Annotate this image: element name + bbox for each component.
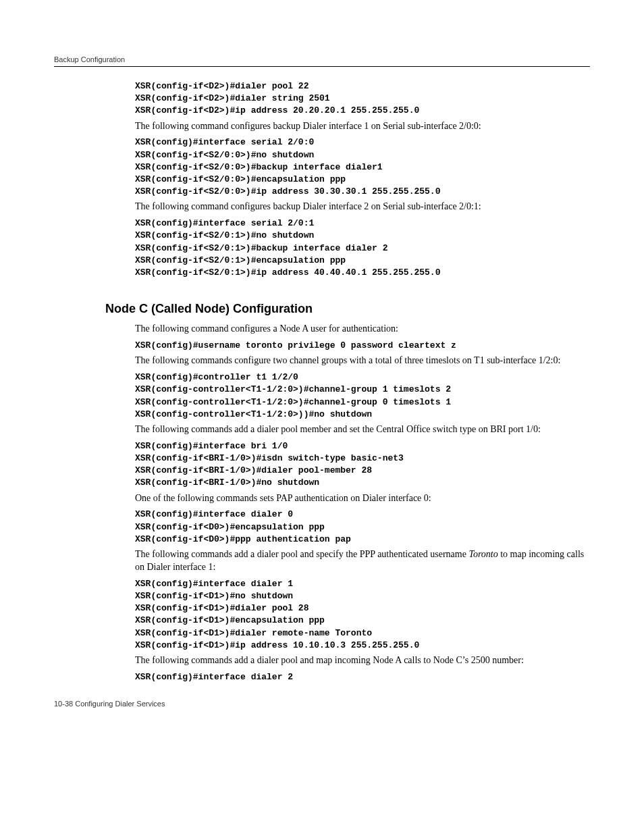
code-line: XSR(config)#controller t1 1/2/0 bbox=[135, 371, 590, 384]
code-line: XSR(config-if<D1>)#encapsulation ppp bbox=[135, 615, 590, 627]
code-line: XSR(config)#interface bri 1/0 bbox=[135, 440, 590, 452]
code-line: XSR(config)#interface dialer 1 bbox=[135, 578, 590, 590]
code-line: XSR(config-if<S2/0:1>)#encapsulation ppp bbox=[135, 255, 590, 267]
paragraph: One of the following commands sets PAP a… bbox=[135, 492, 590, 505]
code-line: XSR(config-if<BRI-1/0>)#isdn switch-type… bbox=[135, 452, 590, 465]
paragraph: The following commands add a dialer pool… bbox=[135, 548, 590, 574]
code-line: XSR(config-if<D2>)#dialer pool 22 bbox=[135, 80, 590, 93]
code-line: XSR(config)#interface dialer 2 bbox=[135, 671, 590, 683]
code-line: XSR(config)#interface serial 2/0:1 bbox=[135, 217, 590, 230]
code-line: XSR(config-if<D1>)#dialer remote-name To… bbox=[135, 627, 590, 640]
code-line: XSR(config-if<D1>)#no shutdown bbox=[135, 590, 590, 602]
paragraph: The following commands configure two cha… bbox=[135, 355, 590, 367]
code-line: XSR(config-if<S2/0:1>)#no shutdown bbox=[135, 230, 590, 242]
code-line: XSR(config-if<D2>)#dialer string 2501 bbox=[135, 93, 590, 105]
code-line: XSR(config-controller<T1-1/2:0>))#no shu… bbox=[135, 409, 590, 421]
section-heading: Node C (Called Node) Configuration bbox=[105, 302, 590, 316]
page-header: Backup Configuration bbox=[54, 55, 590, 63]
paragraph: The following commands add a dialer pool… bbox=[135, 423, 590, 436]
paragraph: The following commands add a dialer pool… bbox=[135, 654, 590, 667]
paragraph: The following command configures backup … bbox=[135, 120, 590, 133]
code-line: XSR(config-if<BRI-1/0>)#dialer pool-memb… bbox=[135, 465, 590, 477]
code-line: XSR(config-if<D0>)#encapsulation ppp bbox=[135, 521, 590, 533]
code-line: XSR(config-if<S2/0:1>)#backup interface … bbox=[135, 242, 590, 255]
code-line: XSR(config-controller<T1-1/2:0>)#channel… bbox=[135, 384, 590, 396]
code-line: XSR(config-controller<T1-1/2:0>)#channel… bbox=[135, 396, 590, 409]
code-line: XSR(config-if<S2/0:1>)#ip address 40.40.… bbox=[135, 267, 590, 279]
page-footer: 10-38 Configuring Dialer Services bbox=[54, 700, 590, 708]
code-line: XSR(config-if<S2/0:0>)#encapsulation ppp bbox=[135, 174, 590, 186]
code-line: XSR(config)#interface serial 2/0:0 bbox=[135, 136, 590, 149]
code-line: XSR(config-if<S2/0:0>)#ip address 30.30.… bbox=[135, 186, 590, 198]
code-line: XSR(config-if<D0>)#ppp authentication pa… bbox=[135, 533, 590, 546]
code-line: XSR(config-if<S2/0:0>)#no shutdown bbox=[135, 149, 590, 161]
paragraph: The following command configures a Node … bbox=[135, 323, 590, 336]
code-line: XSR(config-if<D2>)#ip address 20.20.20.1… bbox=[135, 105, 590, 117]
code-line: XSR(config-if<S2/0:0>)#backup interface … bbox=[135, 161, 590, 174]
code-line: XSR(config)#username toronto privilege 0… bbox=[135, 340, 590, 352]
code-line: XSR(config)#interface dialer 0 bbox=[135, 509, 590, 521]
header-divider bbox=[54, 66, 590, 67]
code-line: XSR(config-if<D1>)#dialer pool 28 bbox=[135, 602, 590, 615]
text-run: The following commands add a dialer pool… bbox=[135, 549, 468, 559]
code-line: XSR(config-if<D1>)#ip address 10.10.10.3… bbox=[135, 640, 590, 652]
italic-term: Toronto bbox=[468, 549, 498, 559]
code-line: XSR(config-if<BRI-1/0>)#no shutdown bbox=[135, 477, 590, 489]
paragraph: The following command configures backup … bbox=[135, 201, 590, 213]
